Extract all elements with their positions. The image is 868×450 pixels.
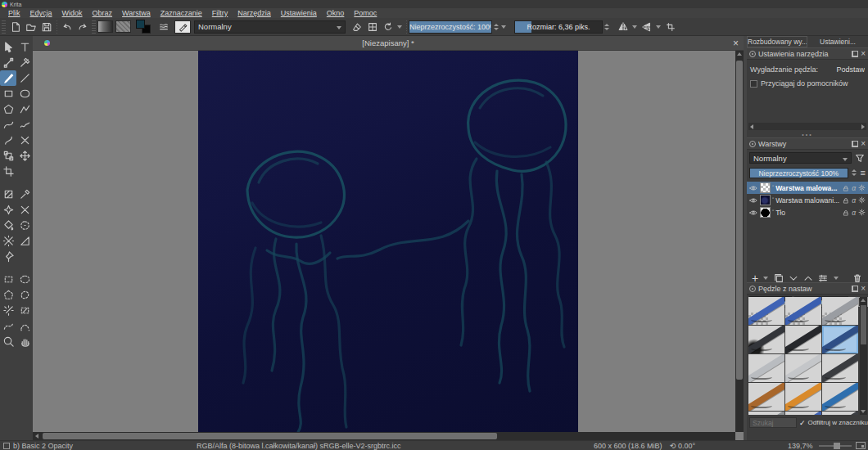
tool-multibrush[interactable] [16,133,33,148]
preset-pencil-dark[interactable] [822,412,858,415]
canvas-horizontal-scrollbar[interactable] [33,432,735,440]
blending-mode-combo[interactable]: Normalny [194,20,346,34]
mirror-vertical-button[interactable] [639,20,654,34]
layer-row[interactable]: ▫Warstwa malowani...α [747,194,868,206]
tool-select-freehand[interactable] [16,287,33,303]
smoothing-combo[interactable]: Podstaw [821,65,865,74]
float-docker-icon[interactable] [852,51,858,57]
tool-color-sampler[interactable] [16,187,33,202]
pattern-chooser[interactable] [115,20,131,33]
toolbar-drag-handle[interactable] [92,20,96,34]
tool-edit-shapes[interactable] [0,55,16,70]
menu-obraz[interactable]: Obraz [88,9,118,17]
tool-measure[interactable] [16,233,33,249]
size-slider[interactable]: Rozmiar: 6,36 piks. [514,20,603,34]
wrap-around-button[interactable] [662,20,678,34]
zoom-percent-label[interactable]: 139,7% [788,441,813,450]
scroll-left-arrow[interactable] [35,434,38,439]
layer-settings-icon[interactable] [857,196,866,205]
mirror-vertical-dropdown[interactable] [654,25,662,29]
zoom-slider-knob[interactable] [834,443,840,449]
float-docker-icon[interactable] [852,286,858,292]
foreground-color-swatch[interactable] [136,20,145,29]
save-button[interactable] [38,20,54,34]
tool-smart-patch[interactable] [16,202,33,218]
preset-pencil-blue-2[interactable] [785,412,821,415]
canvas-vertical-scrollbar[interactable] [735,51,744,432]
canvas-only-mode-icon[interactable] [856,442,866,449]
tool-select-magnetic[interactable] [16,318,33,334]
layer-name[interactable]: Warstwa malowani... [775,196,840,205]
tool-polyline[interactable] [16,101,33,117]
layer-opacity-spinner[interactable] [851,166,858,179]
add-layer-dropdown[interactable] [762,277,770,280]
layer-lock-icon[interactable] [842,184,850,192]
tool-options-scrollbar[interactable] [748,123,866,130]
tool-ellipse[interactable] [16,86,33,101]
filter-by-tag-checkbox[interactable]: ✓ [799,419,806,427]
eraser-mode-button[interactable] [349,20,364,34]
size-spinner[interactable] [603,20,610,34]
tab-advanced-color-selector[interactable]: Rozbudowany wy... [747,36,807,47]
opacity-spinner[interactable] [492,20,500,34]
tool-select-shapes[interactable] [0,39,16,55]
layer-visibility-icon[interactable] [748,183,758,193]
tool-rectangle[interactable] [0,86,16,101]
menu-filtry[interactable]: Filtry [207,9,233,17]
preset-basic-pen-blue[interactable] [822,326,858,353]
undo-button[interactable] [59,20,75,34]
tool-polygon[interactable] [0,101,16,117]
menu-pomoc[interactable]: Pomoc [349,9,382,17]
reload-dropdown[interactable] [396,25,404,29]
preset-scrollbar[interactable] [860,297,867,415]
mirror-horizontal-dropdown[interactable] [631,25,639,29]
tab-tool-options[interactable]: Ustawieni... [807,36,868,47]
layer-settings-icon[interactable] [857,183,866,192]
tool-pan[interactable] [16,334,33,349]
menu-okno[interactable]: Okno [322,9,350,17]
tool-freehand-brush[interactable] [0,70,16,86]
preset-marker-dark[interactable] [822,354,858,382]
tool-select-rectangular[interactable] [0,272,16,287]
menu-narzędzia[interactable]: Narzędzia [233,9,276,17]
open-document-button[interactable] [23,20,38,34]
document-close-button[interactable]: × [733,37,739,50]
menu-plik[interactable]: Plik [3,9,25,17]
tool-select-similar[interactable] [0,303,16,318]
menu-warstwa[interactable]: Warstwa [117,9,156,17]
layer-blending-mode-combo[interactable]: Normalny [749,152,852,164]
scroll-up-arrow[interactable] [861,299,866,302]
layer-properties-dropdown[interactable] [832,277,840,280]
preset-pen-silver[interactable] [748,354,784,382]
mirror-horizontal-button[interactable] [615,20,631,34]
tool-colorize-mask[interactable] [0,202,16,218]
tool-calligraphy[interactable] [16,55,33,70]
close-docker-icon[interactable]: × [861,141,866,147]
tool-move[interactable] [16,148,33,164]
tool-dynamic-brush[interactable] [0,133,16,148]
layer-settings-icon[interactable] [857,208,866,217]
preset-eraser-soft[interactable] [822,297,858,325]
layer-row[interactable]: ▫Warstwa malowa...α [747,182,868,194]
menu-edycja[interactable]: Edycja [25,9,57,17]
preset-scroll-thumb[interactable] [861,305,866,344]
float-docker-icon[interactable] [852,141,858,147]
brush-editor-button[interactable] [174,20,191,34]
layer-alpha-icon[interactable]: α [852,209,856,217]
tool-text[interactable] [16,39,33,55]
menu-widok[interactable]: Widok [57,9,88,17]
new-document-button[interactable] [7,20,23,34]
close-docker-icon[interactable]: × [861,51,866,57]
tool-assistants[interactable] [0,233,16,249]
tool-line[interactable] [16,70,33,86]
preserve-alpha-button[interactable] [364,20,380,34]
tool-fill[interactable] [0,218,16,233]
tool-gradient[interactable] [0,187,16,202]
layer-thumbnail[interactable] [760,182,771,193]
snap-assistants-checkbox[interactable] [750,80,757,88]
tool-select-contiguous[interactable] [16,303,33,318]
layer-thumbnail[interactable] [760,195,771,205]
tool-zoom[interactable] [0,334,16,349]
redo-button[interactable] [75,20,90,34]
close-docker-icon[interactable]: × [861,286,866,292]
